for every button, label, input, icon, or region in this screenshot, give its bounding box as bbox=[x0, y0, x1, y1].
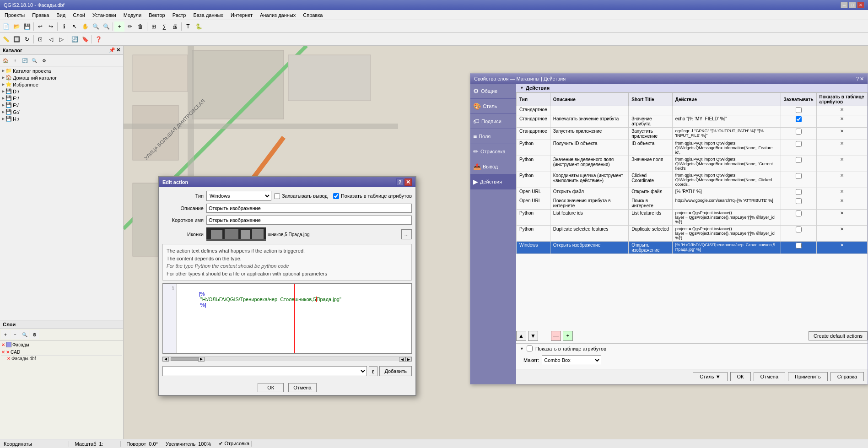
scroll-right-btn[interactable]: ▶ bbox=[198, 357, 205, 362]
dialog-cancel-btn[interactable]: Отмена bbox=[288, 383, 316, 392]
sidebar-rendering[interactable]: ✏ Отрисовка bbox=[470, 144, 516, 159]
tree-item-favorites[interactable]: ▶ ⭐ Избранное bbox=[1, 81, 122, 88]
layer-x-1[interactable]: ✕ bbox=[1, 342, 5, 347]
move-down-btn[interactable]: ▼ bbox=[528, 331, 538, 341]
capture-check-sel[interactable] bbox=[796, 243, 802, 248]
sidebar-style[interactable]: 🎨 Стиль bbox=[470, 99, 516, 114]
capture-check-7[interactable] bbox=[796, 189, 802, 195]
show-attr-checkbox[interactable] bbox=[527, 345, 533, 351]
capture-check-2[interactable] bbox=[796, 116, 802, 122]
add-action-btn[interactable]: + bbox=[563, 331, 573, 341]
capture-check-5[interactable] bbox=[796, 157, 802, 163]
identify-btn[interactable]: ℹ bbox=[59, 22, 69, 32]
capture-check-3[interactable] bbox=[796, 129, 802, 135]
layer-x-2[interactable]: ✕ bbox=[1, 350, 5, 355]
show-x-3[interactable]: ✕ bbox=[840, 129, 844, 134]
zoom-out-btn[interactable]: 🔍 bbox=[101, 22, 111, 32]
layer-x-cad[interactable]: ✕ bbox=[7, 356, 11, 361]
zoom-prev-btn[interactable]: ◁ bbox=[46, 34, 56, 44]
tree-item-project[interactable]: ▶ 📁 Каталог проекта bbox=[1, 67, 122, 74]
open-project-btn[interactable]: 📂 bbox=[11, 22, 22, 32]
table-row-selected[interactable]: Windows Открыть изображение Открыть изоб… bbox=[517, 242, 868, 254]
capture-check-6[interactable] bbox=[796, 173, 802, 179]
maket-combo[interactable]: Combo Box bbox=[542, 355, 601, 365]
capture-checkbox[interactable] bbox=[274, 193, 280, 199]
rotate-btn[interactable]: ↻ bbox=[22, 34, 32, 44]
show-x-1[interactable]: ✕ bbox=[840, 107, 844, 112]
menu-modules[interactable]: Модули bbox=[121, 11, 144, 19]
scrollbar-track[interactable]: ◀ ▶ ◀ ▶ bbox=[162, 357, 412, 362]
show-x-sel[interactable]: ✕ bbox=[840, 243, 844, 248]
move-up-btn[interactable]: ▲ bbox=[516, 331, 526, 341]
menu-database[interactable]: База данных bbox=[190, 11, 226, 19]
catalog-refresh-btn[interactable]: 🔄 bbox=[20, 56, 29, 65]
redo-btn[interactable]: ↪ bbox=[46, 22, 56, 32]
capture-check-8[interactable] bbox=[796, 198, 802, 204]
show-x-9[interactable]: ✕ bbox=[840, 211, 844, 216]
icon-browse-btn[interactable]: ... bbox=[401, 229, 412, 239]
show-x-10[interactable]: ✕ bbox=[840, 227, 844, 232]
show-x-7[interactable]: ✕ bbox=[840, 189, 844, 194]
show-x-5[interactable]: ✕ bbox=[840, 157, 844, 162]
show-x-8[interactable]: ✕ bbox=[840, 198, 844, 203]
capture-check-1[interactable] bbox=[796, 107, 802, 113]
refresh-btn[interactable]: 🔄 bbox=[70, 34, 80, 44]
save-project-btn[interactable]: 💾 bbox=[22, 22, 32, 32]
sidebar-actions[interactable]: ▶ Действия bbox=[470, 174, 516, 189]
measure-btn[interactable]: 📏 bbox=[1, 34, 11, 44]
maximize-btn[interactable]: □ bbox=[849, 2, 856, 8]
tree-item-d[interactable]: ▶ 💾 D:/ bbox=[1, 88, 122, 95]
query-btn[interactable]: ❓ bbox=[93, 34, 103, 44]
dialog-close-btn[interactable]: ✕ bbox=[404, 178, 412, 186]
cancel-btn[interactable]: Отмена bbox=[754, 372, 785, 381]
map-area[interactable]: УЛИЦА БОЛЬШАЯ ДМИТРОВСКАЯ ДМИТРОВСКИЙ ПЕ… bbox=[124, 46, 868, 439]
python-btn[interactable]: 🐍 bbox=[194, 22, 204, 32]
digitize-btn[interactable]: ✏ bbox=[125, 22, 135, 32]
show-table-checkbox[interactable] bbox=[333, 193, 339, 199]
show-x-2[interactable]: ✕ bbox=[840, 116, 844, 121]
description-input[interactable] bbox=[206, 204, 412, 213]
layers-remove-btn[interactable]: − bbox=[11, 330, 20, 339]
actions-table-area[interactable]: Тип Описание Short Title Действие Захват… bbox=[516, 92, 868, 329]
tree-item-e[interactable]: ▶ 💾 E:/ bbox=[1, 95, 122, 102]
print-btn[interactable]: 🖨 bbox=[170, 22, 180, 32]
menu-layer[interactable]: Слой bbox=[70, 11, 88, 19]
sidebar-general[interactable]: ⚙ Общие bbox=[470, 84, 516, 99]
show-x-4[interactable]: ✕ bbox=[840, 141, 844, 146]
catalog-close[interactable]: ✕ bbox=[116, 47, 120, 53]
layers-filter-btn[interactable]: 🔍 bbox=[20, 330, 29, 339]
sidebar-labels[interactable]: 🏷 Подписи bbox=[470, 114, 516, 129]
props-close-icon[interactable]: ✕ bbox=[860, 76, 864, 82]
text-btn[interactable]: T bbox=[183, 22, 193, 32]
new-project-btn[interactable]: 📄 bbox=[1, 22, 11, 32]
tree-item-home[interactable]: ▶ 🏠 Домашний каталог bbox=[1, 74, 122, 81]
epsilon-btn[interactable]: ε bbox=[369, 366, 378, 376]
menu-vector[interactable]: Вектор bbox=[146, 11, 168, 19]
pan-btn[interactable]: ✋ bbox=[80, 22, 90, 32]
dialog-field-combo[interactable] bbox=[162, 366, 367, 376]
snap-btn[interactable]: 🔲 bbox=[11, 34, 22, 44]
code-scrollbar[interactable]: ◀ ▶ ◀ ▶ bbox=[162, 356, 412, 361]
attribute-table-btn[interactable]: ⊞ bbox=[149, 22, 159, 32]
scroll-end-btn[interactable]: ◀ bbox=[399, 357, 405, 362]
tree-item-h[interactable]: ▶ 💾 H:/ bbox=[1, 115, 122, 122]
menu-settings[interactable]: Установки bbox=[90, 11, 119, 19]
tree-item-g[interactable]: ▶ 💾 G:/ bbox=[1, 108, 122, 115]
undo-btn[interactable]: ↩ bbox=[35, 22, 45, 32]
scroll-end-btn-2[interactable]: ▶ bbox=[405, 357, 412, 362]
catalog-up-btn[interactable]: ↑ bbox=[11, 56, 20, 65]
code-content[interactable]: [% "Н:/ОЛЬГА/QGIS/Тренировка/нер. Столеш… bbox=[177, 284, 411, 353]
help-btn[interactable]: Справка bbox=[830, 372, 864, 381]
bookmark-btn[interactable]: 🔖 bbox=[80, 34, 90, 44]
sidebar-output[interactable]: 📤 Вывод bbox=[470, 159, 516, 174]
zoom-extent-btn[interactable]: ⊡ bbox=[35, 34, 45, 44]
menu-projects[interactable]: Проекты bbox=[2, 11, 27, 19]
dialog-ok-btn[interactable]: ОК bbox=[258, 383, 284, 392]
menu-help[interactable]: Справка bbox=[300, 11, 325, 19]
zoom-next-btn[interactable]: ▷ bbox=[56, 34, 66, 44]
sidebar-fields[interactable]: ≡ Поля bbox=[470, 129, 516, 144]
dialog-help-btn[interactable]: ? bbox=[396, 178, 404, 186]
layers-options-btn[interactable]: ⚙ bbox=[30, 330, 39, 339]
close-btn[interactable]: ✕ bbox=[857, 2, 864, 8]
delete-btn[interactable]: 🗑 bbox=[135, 22, 146, 32]
